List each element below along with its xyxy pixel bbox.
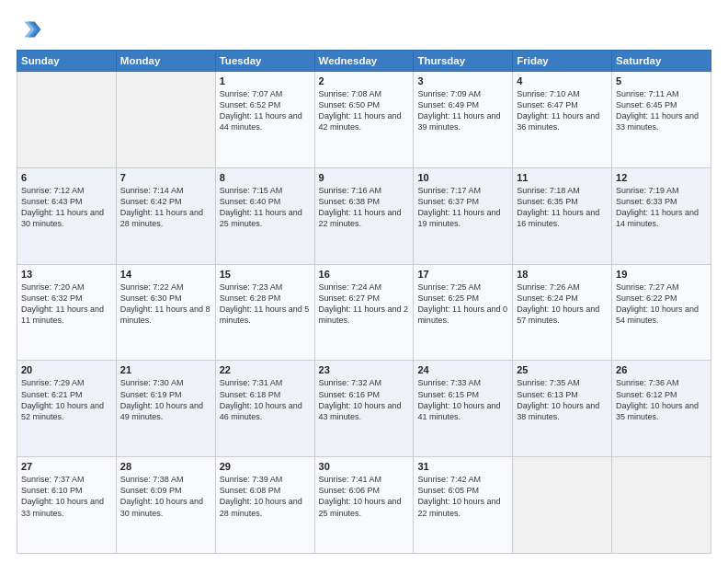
calendar-cell: [513, 457, 612, 554]
weekday-header-sunday: Sunday: [17, 51, 117, 72]
weekday-header-monday: Monday: [116, 51, 215, 72]
cell-info: Sunrise: 7:33 AM Sunset: 6:15 PM Dayligh…: [417, 377, 508, 422]
calendar-cell: 7Sunrise: 7:14 AM Sunset: 6:42 PM Daylig…: [116, 167, 215, 264]
cell-info: Sunrise: 7:27 AM Sunset: 6:22 PM Dayligh…: [616, 282, 707, 327]
cell-info: Sunrise: 7:26 AM Sunset: 6:24 PM Dayligh…: [517, 282, 608, 327]
calendar-cell: 12Sunrise: 7:19 AM Sunset: 6:33 PM Dayli…: [612, 167, 711, 264]
day-number: 27: [21, 461, 112, 472]
calendar-cell: 23Sunrise: 7:32 AM Sunset: 6:16 PM Dayli…: [314, 361, 414, 457]
calendar-table: SundayMondayTuesdayWednesdayThursdayFrid…: [17, 50, 711, 554]
cell-info: Sunrise: 7:39 AM Sunset: 6:08 PM Dayligh…: [220, 474, 311, 519]
day-number: 23: [319, 364, 410, 375]
day-number: 7: [120, 172, 211, 183]
day-number: 14: [120, 269, 211, 280]
calendar-cell: 9Sunrise: 7:16 AM Sunset: 6:38 PM Daylig…: [314, 167, 414, 264]
week-row-2: 6Sunrise: 7:12 AM Sunset: 6:43 PM Daylig…: [17, 167, 711, 264]
calendar-cell: 11Sunrise: 7:18 AM Sunset: 6:35 PM Dayli…: [513, 167, 612, 264]
cell-info: Sunrise: 7:32 AM Sunset: 6:16 PM Dayligh…: [319, 377, 410, 422]
calendar-cell: [612, 457, 711, 554]
calendar-cell: 30Sunrise: 7:41 AM Sunset: 6:06 PM Dayli…: [314, 457, 414, 554]
day-number: 20: [21, 364, 112, 375]
cell-info: Sunrise: 7:22 AM Sunset: 6:30 PM Dayligh…: [120, 282, 211, 327]
day-number: 18: [517, 269, 608, 280]
day-number: 11: [517, 172, 608, 183]
calendar-cell: 6Sunrise: 7:12 AM Sunset: 6:43 PM Daylig…: [17, 167, 117, 264]
day-number: 25: [517, 364, 608, 375]
calendar-cell: 13Sunrise: 7:20 AM Sunset: 6:32 PM Dayli…: [17, 264, 117, 361]
day-number: 31: [417, 461, 508, 472]
day-number: 21: [120, 364, 211, 375]
day-number: 19: [616, 269, 707, 280]
calendar-cell: 27Sunrise: 7:37 AM Sunset: 6:10 PM Dayli…: [17, 457, 117, 554]
calendar-cell: 1Sunrise: 7:07 AM Sunset: 6:52 PM Daylig…: [215, 72, 314, 168]
day-number: 16: [319, 269, 410, 280]
cell-info: Sunrise: 7:41 AM Sunset: 6:06 PM Dayligh…: [319, 474, 410, 519]
weekday-header-saturday: Saturday: [612, 51, 711, 72]
day-number: 2: [319, 75, 410, 86]
day-number: 15: [220, 269, 311, 280]
calendar-cell: [17, 72, 117, 168]
calendar-body: 1Sunrise: 7:07 AM Sunset: 6:52 PM Daylig…: [17, 72, 711, 554]
calendar-cell: 2Sunrise: 7:08 AM Sunset: 6:50 PM Daylig…: [314, 72, 414, 168]
weekday-header-wednesday: Wednesday: [314, 51, 414, 72]
calendar-cell: 22Sunrise: 7:31 AM Sunset: 6:18 PM Dayli…: [215, 361, 314, 457]
week-row-3: 13Sunrise: 7:20 AM Sunset: 6:32 PM Dayli…: [17, 264, 711, 361]
day-number: 1: [220, 75, 311, 86]
calendar-cell: 18Sunrise: 7:26 AM Sunset: 6:24 PM Dayli…: [513, 264, 612, 361]
cell-info: Sunrise: 7:29 AM Sunset: 6:21 PM Dayligh…: [21, 377, 112, 422]
cell-info: Sunrise: 7:07 AM Sunset: 6:52 PM Dayligh…: [220, 88, 311, 133]
calendar-cell: 10Sunrise: 7:17 AM Sunset: 6:37 PM Dayli…: [414, 167, 513, 264]
cell-info: Sunrise: 7:15 AM Sunset: 6:40 PM Dayligh…: [220, 185, 311, 230]
day-number: 29: [220, 461, 311, 472]
calendar-cell: 20Sunrise: 7:29 AM Sunset: 6:21 PM Dayli…: [17, 361, 117, 457]
cell-info: Sunrise: 7:30 AM Sunset: 6:19 PM Dayligh…: [120, 377, 211, 422]
day-number: 3: [417, 75, 508, 86]
calendar-cell: 31Sunrise: 7:42 AM Sunset: 6:05 PM Dayli…: [414, 457, 513, 554]
cell-info: Sunrise: 7:10 AM Sunset: 6:47 PM Dayligh…: [517, 88, 608, 133]
day-number: 8: [220, 172, 311, 183]
day-number: 9: [319, 172, 410, 183]
cell-info: Sunrise: 7:36 AM Sunset: 6:12 PM Dayligh…: [616, 377, 707, 422]
cell-info: Sunrise: 7:24 AM Sunset: 6:27 PM Dayligh…: [319, 282, 410, 327]
cell-info: Sunrise: 7:20 AM Sunset: 6:32 PM Dayligh…: [21, 282, 112, 327]
calendar-cell: [116, 72, 215, 168]
cell-info: Sunrise: 7:11 AM Sunset: 6:45 PM Dayligh…: [616, 88, 707, 133]
weekday-header-thursday: Thursday: [414, 51, 513, 72]
day-number: 4: [517, 75, 608, 86]
cell-info: Sunrise: 7:31 AM Sunset: 6:18 PM Dayligh…: [220, 377, 311, 422]
cell-info: Sunrise: 7:35 AM Sunset: 6:13 PM Dayligh…: [517, 377, 608, 422]
cell-info: Sunrise: 7:18 AM Sunset: 6:35 PM Dayligh…: [517, 185, 608, 230]
week-row-4: 20Sunrise: 7:29 AM Sunset: 6:21 PM Dayli…: [17, 361, 711, 457]
day-number: 13: [21, 269, 112, 280]
calendar-cell: 15Sunrise: 7:23 AM Sunset: 6:28 PM Dayli…: [215, 264, 314, 361]
cell-info: Sunrise: 7:08 AM Sunset: 6:50 PM Dayligh…: [319, 88, 410, 133]
calendar-cell: 24Sunrise: 7:33 AM Sunset: 6:15 PM Dayli…: [414, 361, 513, 457]
calendar-cell: 17Sunrise: 7:25 AM Sunset: 6:25 PM Dayli…: [414, 264, 513, 361]
calendar-cell: 29Sunrise: 7:39 AM Sunset: 6:08 PM Dayli…: [215, 457, 314, 554]
calendar-cell: 25Sunrise: 7:35 AM Sunset: 6:13 PM Dayli…: [513, 361, 612, 457]
cell-info: Sunrise: 7:16 AM Sunset: 6:38 PM Dayligh…: [319, 185, 410, 230]
day-number: 28: [120, 461, 211, 472]
calendar-cell: 3Sunrise: 7:09 AM Sunset: 6:49 PM Daylig…: [414, 72, 513, 168]
day-number: 22: [220, 364, 311, 375]
day-number: 12: [616, 172, 707, 183]
header: [17, 17, 711, 42]
calendar-cell: 26Sunrise: 7:36 AM Sunset: 6:12 PM Dayli…: [612, 361, 711, 457]
calendar-cell: 16Sunrise: 7:24 AM Sunset: 6:27 PM Dayli…: [314, 264, 414, 361]
week-row-1: 1Sunrise: 7:07 AM Sunset: 6:52 PM Daylig…: [17, 72, 711, 168]
calendar-cell: 28Sunrise: 7:38 AM Sunset: 6:09 PM Dayli…: [116, 457, 215, 554]
day-number: 24: [417, 364, 508, 375]
cell-info: Sunrise: 7:23 AM Sunset: 6:28 PM Dayligh…: [220, 282, 311, 327]
logo-icon: [17, 17, 42, 42]
cell-info: Sunrise: 7:12 AM Sunset: 6:43 PM Dayligh…: [21, 185, 112, 230]
cell-info: Sunrise: 7:09 AM Sunset: 6:49 PM Dayligh…: [417, 88, 508, 133]
cell-info: Sunrise: 7:17 AM Sunset: 6:37 PM Dayligh…: [417, 185, 508, 230]
day-number: 30: [319, 461, 410, 472]
calendar-cell: 19Sunrise: 7:27 AM Sunset: 6:22 PM Dayli…: [612, 264, 711, 361]
cell-info: Sunrise: 7:42 AM Sunset: 6:05 PM Dayligh…: [417, 474, 508, 519]
page: SundayMondayTuesdayWednesdayThursdayFrid…: [0, 0, 728, 563]
cell-info: Sunrise: 7:25 AM Sunset: 6:25 PM Dayligh…: [417, 282, 508, 327]
cell-info: Sunrise: 7:38 AM Sunset: 6:09 PM Dayligh…: [120, 474, 211, 519]
day-number: 6: [21, 172, 112, 183]
cell-info: Sunrise: 7:37 AM Sunset: 6:10 PM Dayligh…: [21, 474, 112, 519]
